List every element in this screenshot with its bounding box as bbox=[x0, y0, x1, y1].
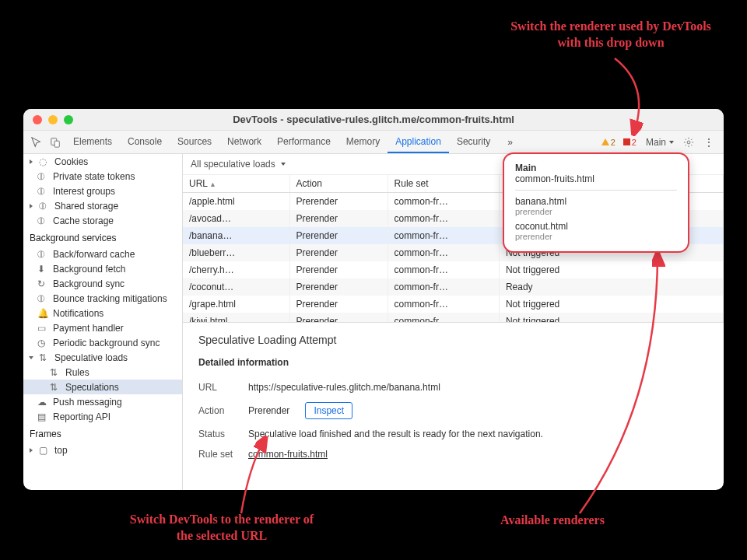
sidebar-item-label: Background fetch bbox=[53, 264, 125, 275]
sidebar-item[interactable]: ▭Payment handler bbox=[23, 320, 182, 335]
tab-application[interactable]: Application bbox=[388, 131, 449, 153]
sidebar-heading: Frames bbox=[23, 424, 182, 443]
sidebar-item-label: Interest groups bbox=[53, 186, 115, 197]
sidebar-item-label: Cache storage bbox=[53, 215, 114, 226]
panel-tabs: ElementsConsoleSourcesNetworkPerformance… bbox=[65, 131, 498, 152]
sidebar-item-label: Speculations bbox=[65, 382, 119, 393]
settings-icon[interactable] bbox=[680, 134, 697, 151]
card-icon: ▭ bbox=[37, 323, 48, 334]
renderer-menu-item[interactable]: banana.htmlprerender bbox=[515, 194, 677, 219]
sidebar-item-label: top bbox=[54, 445, 68, 456]
db-icon: ⦷ bbox=[37, 215, 48, 226]
svg-point-2 bbox=[687, 141, 690, 144]
sidebar-heading: Background services bbox=[23, 228, 182, 247]
sidebar-item[interactable]: 🔔Notifications bbox=[23, 306, 182, 320]
column-header[interactable]: URL▲ bbox=[183, 175, 289, 193]
tab-security[interactable]: Security bbox=[449, 131, 498, 152]
tab-console[interactable]: Console bbox=[120, 131, 170, 152]
sidebar-item[interactable]: ⦷Bounce tracking mitigations bbox=[23, 291, 182, 306]
sidebar-item[interactable]: ⬇Background fetch bbox=[23, 261, 182, 276]
application-sidebar: ◌Cookies⦷Private state tokens⦷Interest g… bbox=[23, 154, 183, 490]
sidebar-item[interactable]: ◷Periodic background sync bbox=[23, 335, 182, 350]
sort-asc-icon: ▲ bbox=[209, 180, 216, 188]
tab-performance[interactable]: Performance bbox=[269, 131, 338, 152]
db-icon: ⦷ bbox=[39, 201, 50, 212]
sidebar-item-label: Shared storage bbox=[54, 201, 118, 212]
sidebar-item-label: Rules bbox=[65, 367, 89, 378]
sidebar-item-label: Private state tokens bbox=[53, 171, 135, 182]
db-icon: ⦷ bbox=[37, 186, 48, 197]
clock-icon: ◷ bbox=[37, 338, 48, 348]
sidebar-item-label: Notifications bbox=[53, 308, 103, 319]
sidebar-item[interactable]: ⦷Back/forward cache bbox=[23, 247, 182, 261]
tab-sources[interactable]: Sources bbox=[170, 131, 219, 152]
sidebar-item-label: Bounce tracking mitigations bbox=[53, 293, 167, 304]
db-icon: ⦷ bbox=[37, 249, 48, 260]
annotation-arrow bbox=[572, 249, 665, 521]
spec-icon: ⇅ bbox=[39, 352, 50, 363]
db-icon: ⦷ bbox=[37, 171, 48, 182]
tab-network[interactable]: Network bbox=[219, 131, 269, 152]
svg-rect-1 bbox=[54, 141, 59, 147]
doc-icon: ▤ bbox=[37, 411, 48, 422]
sidebar-item[interactable]: ⇅Speculations bbox=[23, 380, 182, 394]
sidebar-item-label: Reporting API bbox=[53, 411, 110, 422]
db-icon: ⦷ bbox=[37, 293, 48, 304]
spec-icon: ⇅ bbox=[50, 382, 61, 393]
sidebar-item[interactable]: ⦷Interest groups bbox=[23, 184, 182, 198]
cookies-icon: ◌ bbox=[39, 156, 50, 167]
chevron-down-icon bbox=[281, 163, 286, 166]
renderer-menu-item[interactable]: Main common-fruits.html bbox=[515, 160, 677, 187]
sync-icon: ↻ bbox=[37, 278, 48, 289]
sidebar-item[interactable]: ⇅Rules bbox=[23, 365, 182, 380]
dl-icon: ⬇ bbox=[37, 264, 48, 275]
sidebar-item-label: Background sync bbox=[53, 278, 124, 289]
more-tabs[interactable]: » bbox=[500, 132, 521, 152]
renderer-menu-item[interactable]: coconut.htmlprerender bbox=[515, 219, 677, 243]
sidebar-item-label: Back/forward cache bbox=[53, 249, 135, 260]
annotation-arrow bbox=[576, 54, 669, 140]
inspect-element-icon[interactable] bbox=[28, 134, 45, 151]
sidebar-item-label: Payment handler bbox=[53, 323, 124, 334]
frame-icon: ▢ bbox=[39, 445, 50, 456]
detail-action-value: Prerender bbox=[248, 405, 289, 416]
detail-url-value: https://speculative-rules.glitch.me/bana… bbox=[248, 382, 440, 393]
sidebar-item-label: Periodic background sync bbox=[53, 338, 160, 348]
detail-action-label: Action bbox=[198, 405, 239, 416]
sidebar-item[interactable]: ▤Reporting API bbox=[23, 409, 182, 424]
tab-memory[interactable]: Memory bbox=[338, 131, 388, 152]
caret-icon bbox=[30, 159, 33, 164]
bell-icon: 🔔 bbox=[37, 308, 48, 319]
sidebar-item-label: Cookies bbox=[54, 156, 88, 167]
caret-icon bbox=[30, 204, 33, 208]
cloud-icon: ☁ bbox=[37, 397, 48, 408]
sidebar-item[interactable]: ▢top bbox=[23, 443, 182, 457]
sidebar-item[interactable]: ↻Background sync bbox=[23, 276, 182, 291]
spec-icon: ⇅ bbox=[50, 367, 61, 378]
annotation-top: Switch the renderer used by DevTools wit… bbox=[506, 19, 716, 51]
device-mode-icon[interactable] bbox=[47, 134, 64, 151]
sidebar-item[interactable]: ◌Cookies bbox=[23, 154, 182, 169]
caret-icon bbox=[29, 356, 33, 359]
sidebar-item[interactable]: ⇅Speculative loads bbox=[23, 350, 182, 365]
renderer-menu: Main common-fruits.html banana.htmlprere… bbox=[503, 152, 689, 253]
sidebar-item[interactable]: ⦷Shared storage bbox=[23, 198, 182, 213]
column-header[interactable]: Action bbox=[289, 175, 388, 193]
sidebar-item[interactable]: ⦷Cache storage bbox=[23, 213, 182, 228]
sidebar-item[interactable]: ⦷Private state tokens bbox=[23, 169, 182, 184]
sidebar-item[interactable]: ☁Push messaging bbox=[23, 394, 182, 409]
sidebar-item-label: Push messaging bbox=[53, 397, 122, 408]
tab-elements[interactable]: Elements bbox=[65, 131, 120, 152]
kebab-menu-icon[interactable]: ⋮ bbox=[699, 136, 719, 149]
chevron-down-icon bbox=[669, 141, 674, 144]
annotation-arrow bbox=[233, 436, 296, 521]
column-header[interactable]: Rule set bbox=[388, 175, 499, 193]
caret-icon bbox=[30, 448, 33, 453]
sidebar-item-label: Speculative loads bbox=[54, 352, 128, 363]
detail-url-label: URL bbox=[198, 382, 239, 393]
inspect-button[interactable]: Inspect bbox=[305, 402, 352, 419]
